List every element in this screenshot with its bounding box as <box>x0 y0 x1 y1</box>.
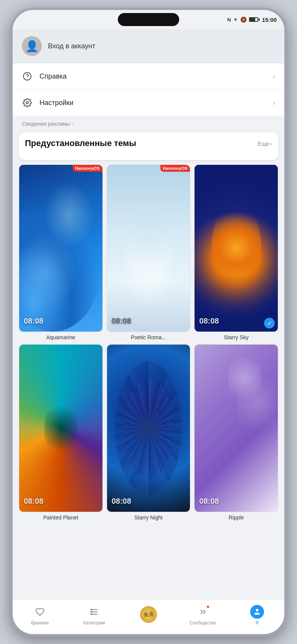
theme-name-aquamarine: Aquamarine <box>46 334 76 340</box>
svg-rect-6 <box>91 609 92 610</box>
bluetooth-icon: ✶ <box>233 16 238 23</box>
camera-notch <box>118 13 179 26</box>
theme-item-painted-planet[interactable]: 08:08 Painted Planet <box>19 344 103 520</box>
theme-time-painted-planet: 08:08 <box>24 497 43 506</box>
theme-time-aquamarine: 08:08 <box>24 317 43 325</box>
theme-thumb-painted-planet: 08:08 <box>19 344 103 512</box>
status-icons: N ✶ 🔕 15:00 <box>227 16 277 23</box>
scroll-content[interactable]: 👤 Вход в аккаунт Справка › <box>13 29 284 619</box>
preset-section: Предустановленные темы Еще › <box>19 132 278 160</box>
community-icon <box>196 605 210 619</box>
theme-thumb-starry-night: 08:08 <box>107 344 191 512</box>
theme-item-starry-night[interactable]: 08:08 Starry Night <box>107 344 191 520</box>
theme-thumb-ripple: 08:08 <box>194 344 278 512</box>
theme-item-aquamarine[interactable]: HarmonyOS 08:08 Aquamarine <box>19 164 103 340</box>
more-chevron: › <box>270 140 272 147</box>
theme-time-starry-night: 08:08 <box>112 497 131 506</box>
me-label: Я <box>256 620 259 626</box>
theme-grid: HarmonyOS 08:08 Aquamarine HarmonyOS 08:… <box>13 164 284 521</box>
settings-label: Настройки <box>40 99 266 107</box>
help-label: Справка <box>40 72 266 80</box>
theme-time-starry-sky: 08:08 <box>199 317 219 325</box>
help-chevron: › <box>273 72 275 80</box>
nav-item-categories[interactable]: Категории <box>67 605 122 626</box>
nav-item-member[interactable]: 会员 <box>121 606 176 624</box>
menu-item-help[interactable]: Справка › <box>13 63 284 90</box>
preset-title: Предустановленные темы <box>25 138 136 148</box>
nav-item-favorites[interactable]: бранное <box>13 605 67 626</box>
menu-item-settings[interactable]: Настройки › <box>13 90 284 116</box>
harmony-badge-poetic: HarmonyOS <box>160 165 190 172</box>
ad-info-text: Сведения рекламы <box>22 121 70 127</box>
theme-time-poetic: 08:08 <box>112 317 131 325</box>
nav-item-me[interactable]: Я <box>230 605 284 626</box>
phone-shell: N ✶ 🔕 15:00 👤 Вход в аккаунт <box>10 8 287 636</box>
me-icon <box>250 605 264 619</box>
svg-point-9 <box>256 609 259 611</box>
mute-icon: 🔕 <box>240 16 247 23</box>
theme-name-starry-sky: Starry Sky <box>224 334 249 340</box>
settings-icon <box>22 97 33 108</box>
help-icon <box>22 71 33 82</box>
svg-rect-8 <box>91 613 92 615</box>
theme-name-ripple: Ripple <box>229 514 244 521</box>
theme-thumb-poetic: HarmonyOS 08:08 <box>107 164 191 332</box>
theme-name-starry-night: Starry Night <box>134 514 163 521</box>
nfc-icon: N <box>227 17 231 23</box>
settings-chevron: › <box>273 99 275 107</box>
avatar: 👤 <box>22 36 42 56</box>
favorites-label: бранное <box>31 620 49 626</box>
member-icon: 会员 <box>140 606 157 623</box>
theme-thumb-aquamarine: HarmonyOS 08:08 <box>19 164 103 332</box>
user-icon: 👤 <box>25 40 39 53</box>
theme-item-poetic[interactable]: HarmonyOS 08:08 Poetic Roma... <box>107 164 191 340</box>
user-header[interactable]: 👤 Вход в аккаунт <box>13 29 284 63</box>
community-notification-dot <box>206 605 210 609</box>
theme-name-painted-planet: Painted Planet <box>43 514 78 521</box>
theme-name-poetic: Poetic Roma... <box>131 334 166 340</box>
theme-thumb-starry-sky: 08:08 ✓ <box>194 164 278 332</box>
favorites-icon <box>33 605 47 619</box>
nav-item-community[interactable]: Сообщество <box>176 605 230 626</box>
theme-item-starry-sky[interactable]: 08:08 ✓ Starry Sky <box>194 164 278 340</box>
ad-info[interactable]: Сведения рекламы › <box>13 116 284 129</box>
theme-time-ripple: 08:08 <box>199 497 219 506</box>
status-time: 15:00 <box>262 16 277 23</box>
preset-more-button[interactable]: Еще › <box>257 140 272 147</box>
community-label: Сообщество <box>190 620 216 626</box>
categories-label: Категории <box>83 620 105 626</box>
categories-icon <box>87 605 101 619</box>
battery-icon <box>249 17 260 22</box>
preset-header: Предустановленные темы Еще › <box>25 138 272 148</box>
bottom-nav: бранное Категории 会员 <box>13 600 284 634</box>
login-label[interactable]: Вход в аккаунт <box>48 42 95 50</box>
theme-item-ripple[interactable]: 08:08 Ripple <box>194 344 278 520</box>
ad-info-chevron: › <box>71 121 73 127</box>
harmony-badge-aquamarine: HarmonyOS <box>73 165 102 172</box>
svg-rect-7 <box>91 611 92 613</box>
svg-point-2 <box>26 102 28 104</box>
